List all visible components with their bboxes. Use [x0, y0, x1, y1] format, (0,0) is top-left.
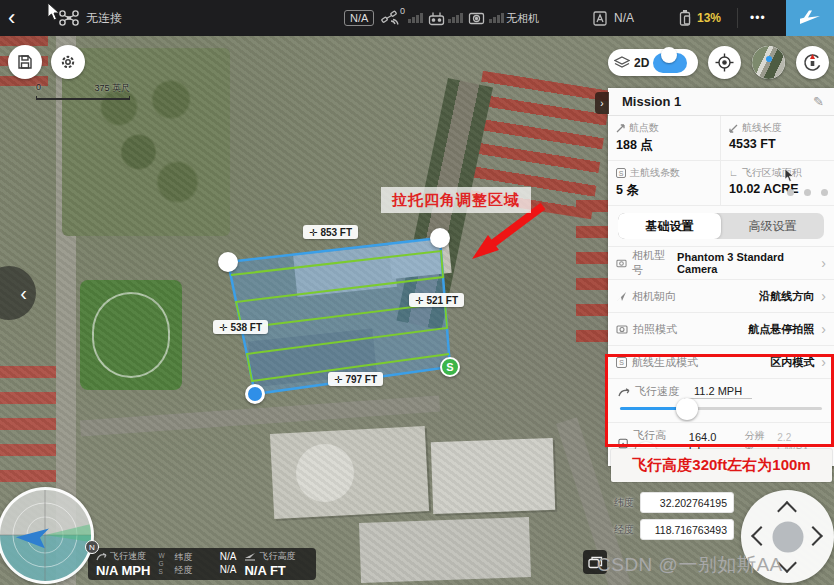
waypoint-icon	[616, 124, 625, 133]
mission-stats: 航点数 188 点 航线长度 4533 FT S主航线条数 5 条 ∟飞行区域面…	[608, 116, 834, 206]
camera-signal-icon	[468, 0, 485, 36]
app-window: S ✛853 FT ✛521 FT ✛538 FT ✛797 FT 拉托四角调整…	[0, 0, 834, 585]
settings-tabs: 基础设置 高级设置	[618, 213, 824, 239]
row-capture-mode[interactable]: 拍照模式 航点悬停拍照 ›	[608, 312, 834, 345]
row-camera-model[interactable]: 相机型号 Phantom 3 Standard Camera ›	[608, 246, 834, 279]
altitude-icon	[618, 438, 628, 449]
locate-button[interactable]	[708, 46, 741, 79]
crosshair-locate-icon	[715, 53, 734, 72]
speed-value-field[interactable]: 11.2 MPH	[684, 384, 752, 399]
view-2d-label: 2D	[634, 56, 649, 70]
remote-controller-icon	[428, 0, 445, 36]
chevron-right-icon: ›	[821, 321, 826, 337]
start-label: S	[446, 361, 453, 373]
stat-waypoints: 航点数 188 点	[608, 116, 721, 161]
layers-icon	[614, 56, 630, 70]
telemetry-speed: 飞行速度 N/A MPH	[96, 550, 150, 578]
satellite-count: 0	[400, 0, 405, 29]
edge-length-top: ✛853 FT	[303, 225, 358, 239]
back-button[interactable]: ‹	[8, 0, 15, 36]
edge-length-right: ✛521 FT	[409, 293, 464, 307]
status-bar: ‹ 无连接 N/A 0 无相机 N/A 13% •••	[0, 0, 834, 36]
tab-basic-settings[interactable]: 基础设置	[618, 213, 721, 239]
scale-end: 375 英尺	[94, 82, 130, 95]
map-scale: 0 375 英尺	[36, 82, 130, 100]
edge-length-bottom: ✛797 FT	[328, 372, 383, 386]
drone-icon	[58, 0, 80, 36]
heading-wedge	[45, 524, 91, 542]
chevron-right-icon: ›	[821, 354, 826, 370]
row-camera-heading[interactable]: 相机朝向 沿航线方向 ›	[608, 279, 834, 312]
corner-handle-bottomleft[interactable]	[245, 384, 265, 404]
telemetry-bar: 飞行速度 N/A MPH WGS 纬度N/A 经度N/A 飞行高度 N/A FT	[88, 548, 316, 580]
rc-signal-bars	[448, 0, 463, 36]
battery-icon	[678, 0, 692, 36]
s-mode-icon: S	[616, 357, 627, 368]
connection-status: 无连接	[86, 0, 122, 36]
edit-mission-icon[interactable]: ✎	[813, 94, 824, 109]
takeoff-button[interactable]	[786, 0, 834, 36]
chevron-right-icon: ›	[821, 288, 826, 304]
stat-main-lines: S主航线条数 5 条	[608, 161, 721, 206]
gear-icon	[59, 53, 77, 71]
mouse-cursor	[47, 2, 61, 22]
scale-line	[36, 96, 130, 100]
speed-icon	[96, 552, 107, 561]
wgs-label: WGS	[158, 552, 166, 576]
2d-toggle-switch[interactable]	[653, 53, 687, 73]
mouse-cursor-2	[784, 168, 795, 183]
capture-mode-icon	[616, 324, 628, 334]
corner-handle-topleft[interactable]	[218, 252, 238, 272]
chevron-right-icon: ›	[821, 255, 826, 271]
map-mode-button[interactable]	[752, 46, 785, 79]
nudge-left-button[interactable]	[751, 526, 771, 546]
more-button[interactable]: •••	[750, 0, 766, 36]
watermark: CSDN @一别如斯AA	[597, 552, 783, 578]
battery-percent: 13%	[697, 0, 721, 36]
topbar-divider	[737, 0, 738, 36]
attitude-compass-widget[interactable]	[0, 487, 94, 584]
speed-slider-track[interactable]	[620, 407, 822, 410]
plus-icon: ✛	[219, 322, 227, 333]
start-waypoint-marker[interactable]: S	[440, 357, 460, 377]
settings-button[interactable]	[51, 45, 85, 79]
ruler-icon: ∟	[729, 168, 738, 178]
collapse-panel-button[interactable]: ›	[595, 92, 609, 114]
north-indicator: N	[85, 540, 99, 554]
plus-icon: ✛	[334, 374, 342, 385]
plus-icon: ✛	[309, 227, 317, 238]
stat-route-length: 航线长度 4533 FT	[721, 116, 834, 161]
annotation-drag-hint: 拉托四角调整区域	[381, 187, 531, 213]
s-mode-icon: S	[616, 168, 626, 178]
camera-status: 无相机	[506, 0, 539, 36]
flight-mode-icon	[592, 0, 609, 36]
satellite-signal-bars	[408, 0, 423, 36]
panel-header: Mission 1 ✎	[608, 88, 834, 116]
latitude-field[interactable]: 32.202764195	[640, 492, 734, 513]
nudge-up-button[interactable]	[777, 501, 797, 521]
annotation-altitude-note: 飞行高度320ft左右为100m	[611, 449, 832, 482]
flight-speed-slider-row: 飞行速度 11.2 MPH	[608, 378, 834, 422]
heading-icon	[616, 291, 627, 302]
flight-mode-value: N/A	[614, 0, 634, 36]
latitude-row: 纬度 32.202764195	[614, 492, 734, 513]
nudge-right-button[interactable]	[803, 526, 823, 546]
corner-handle-topright[interactable]	[430, 228, 450, 248]
compass-icon	[802, 52, 823, 73]
map-thumbnail	[752, 46, 785, 79]
edge-length-left: ✛538 FT	[213, 320, 268, 334]
dpad-center[interactable]	[772, 521, 803, 552]
stats-page-dots[interactable]	[787, 189, 828, 196]
compass-reset-button[interactable]	[796, 46, 829, 79]
tab-advanced-settings[interactable]: 高级设置	[721, 213, 824, 239]
airplane-icon	[799, 9, 821, 27]
telemetry-altitude: 飞行高度 N/A FT	[244, 550, 295, 578]
drone-heading-arrow	[15, 525, 49, 548]
longitude-field[interactable]: 118.716763493	[640, 519, 734, 540]
save-mission-button[interactable]	[8, 45, 42, 79]
row-route-mode[interactable]: S 航线生成模式 区内模式 ›	[608, 345, 834, 378]
mode-badge: N/A	[344, 0, 374, 36]
stat-area: ∟飞行区域面积 10.02 ACRE	[721, 161, 834, 206]
map-2d-toggle[interactable]: 2D	[608, 49, 698, 76]
speed-slider-knob[interactable]	[676, 398, 698, 420]
